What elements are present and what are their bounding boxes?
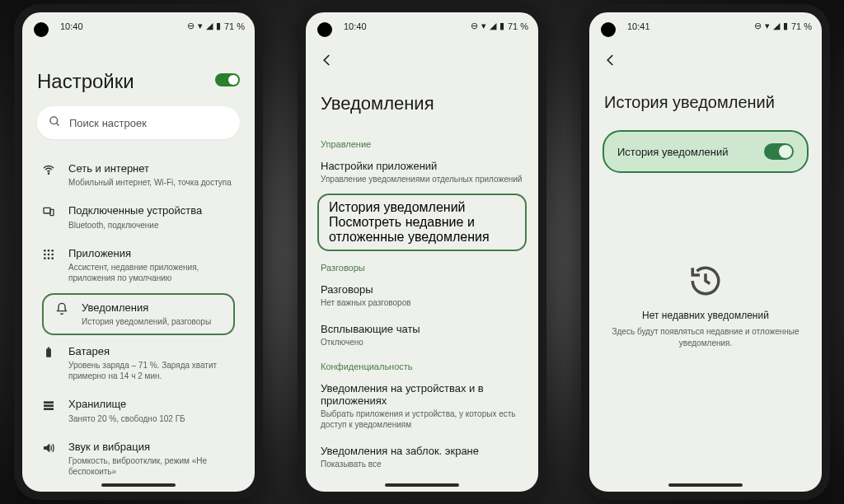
section-privacy: Конфиденциальность <box>306 355 538 375</box>
search-icon <box>49 115 61 130</box>
battery-percent: 71 % <box>791 21 812 31</box>
nav-handle[interactable] <box>385 483 459 487</box>
svg-rect-17 <box>44 405 54 408</box>
empty-state: Нет недавних уведомлений Здесь будут поя… <box>589 264 822 349</box>
quick-toggle[interactable] <box>215 73 240 86</box>
status-time: 10:41 <box>627 21 650 31</box>
svg-rect-14 <box>46 348 51 357</box>
wifi-icon: ▾ <box>481 21 486 31</box>
svg-point-9 <box>48 253 50 255</box>
highlighted-notifications: УведомленияИстория уведомлений, разговор… <box>42 293 235 335</box>
svg-point-10 <box>51 253 54 255</box>
page-title: Настройки <box>37 70 240 93</box>
status-icons: ⊖ ▾ ◢ ▮ 71 % <box>471 21 528 31</box>
battery-icon: ▮ <box>499 21 504 31</box>
status-bar: 10:40 ⊖ ▾ ◢ ▮ 71 % <box>306 21 538 31</box>
phone-1: 10:40 ⊖ ▾ ◢ ▮ 71 % Настройки Поиск настр… <box>14 4 263 500</box>
wifi-icon <box>40 163 57 179</box>
apps-icon <box>40 248 57 264</box>
item-bubbles[interactable]: Всплывающие чаты Отключено <box>306 315 538 355</box>
svg-point-0 <box>50 117 58 124</box>
status-bar: 10:40 ⊖ ▾ ◢ ▮ 71 % <box>22 21 255 31</box>
item-history[interactable]: История уведомлений Посмотреть недавние … <box>329 200 515 245</box>
settings-item-storage[interactable]: ХранилищеЗанято 20 %, свободно 102 ГБ <box>37 390 240 432</box>
settings-item-notifications[interactable]: УведомленияИстория уведомлений, разговор… <box>50 300 227 329</box>
nav-handle[interactable] <box>101 483 176 487</box>
dnd-icon: ⊖ <box>471 21 478 31</box>
bell-icon <box>54 302 70 318</box>
dnd-icon: ⊖ <box>187 21 195 31</box>
svg-point-5 <box>44 250 46 252</box>
settings-item-apps[interactable]: ПриложенияАссистент, недавние приложения… <box>37 239 240 292</box>
empty-title: Нет недавних уведомлений <box>642 310 769 321</box>
item-lock-notif[interactable]: Уведомления на заблок. экране Показывать… <box>306 437 538 477</box>
status-icons: ⊖ ▾ ◢ ▮ 71 % <box>187 21 245 31</box>
settings-item-devices[interactable]: Подключенные устройстваBluetooth, подклю… <box>37 196 240 238</box>
settings-item-sound[interactable]: Звук и вибрацияГромкость, виброотклик, р… <box>37 432 240 478</box>
status-icons: ⊖ ▾ ◢ ▮ 71 % <box>754 21 812 31</box>
item-device-app-notif[interactable]: Уведомления на устройствах и в приложени… <box>306 375 538 437</box>
wifi-icon: ▾ <box>198 21 203 31</box>
svg-point-7 <box>51 250 54 252</box>
status-time: 10:40 <box>60 21 83 31</box>
item-conversations[interactable]: Разговоры Нет важных разговоров <box>306 276 538 315</box>
signal-icon: ◢ <box>773 21 780 31</box>
svg-line-1 <box>56 123 59 125</box>
svg-point-2 <box>48 173 49 174</box>
svg-point-8 <box>44 253 46 255</box>
empty-subtitle: Здесь будут появляться недавние и отложе… <box>609 326 802 349</box>
phone-3: 10:41 ⊖ ▾ ◢ ▮ 71 % История уведомлений И… <box>581 4 830 500</box>
svg-rect-4 <box>50 210 54 216</box>
status-time: 10:40 <box>344 21 367 31</box>
history-switch[interactable] <box>764 143 794 160</box>
highlighted-history: История уведомлений Посмотреть недавние … <box>317 194 527 251</box>
back-button[interactable] <box>314 47 340 73</box>
signal-icon: ◢ <box>490 21 496 31</box>
back-button[interactable] <box>598 47 624 73</box>
signal-icon: ◢ <box>206 21 213 31</box>
sound-icon <box>40 441 57 457</box>
status-bar: 10:41 ⊖ ▾ ◢ ▮ 71 % <box>589 21 822 31</box>
svg-point-13 <box>51 257 54 259</box>
svg-rect-3 <box>44 208 50 214</box>
search-input[interactable]: Поиск настроек <box>37 106 240 139</box>
section-conversations: Разговоры <box>306 256 538 276</box>
battery-icon: ▮ <box>783 21 788 31</box>
history-toggle-card[interactable]: История уведомлений <box>603 130 809 173</box>
battery-percent: 71 % <box>224 21 245 31</box>
storage-icon <box>40 399 57 414</box>
search-placeholder: Поиск настроек <box>69 117 147 129</box>
svg-point-6 <box>48 250 50 252</box>
battery-icon <box>40 346 57 362</box>
history-icon <box>688 264 723 298</box>
svg-rect-15 <box>48 348 49 349</box>
settings-item-battery[interactable]: БатареяУровень заряда – 71 %. Заряда хва… <box>37 337 240 390</box>
svg-rect-18 <box>44 408 54 411</box>
nav-handle[interactable] <box>668 483 743 487</box>
battery-percent: 71 % <box>508 21 528 31</box>
devices-icon <box>40 205 57 221</box>
page-title: Уведомления <box>321 93 523 114</box>
page-title: История уведомлений <box>604 93 807 112</box>
svg-point-12 <box>48 257 50 259</box>
battery-icon: ▮ <box>216 21 221 31</box>
phone-2: 10:40 ⊖ ▾ ◢ ▮ 71 % Уведомления Управлени… <box>298 4 546 500</box>
svg-point-11 <box>44 257 46 259</box>
section-manage: Управление <box>306 133 538 152</box>
settings-item-network[interactable]: Сеть и интернетМобильный интернет, Wi-Fi… <box>37 154 240 196</box>
wifi-icon: ▾ <box>765 21 770 31</box>
history-toggle-label: История уведомлений <box>617 146 729 158</box>
dnd-icon: ⊖ <box>754 21 762 31</box>
svg-rect-16 <box>44 402 54 404</box>
item-app-settings[interactable]: Настройки приложений Управление уведомле… <box>306 152 538 192</box>
